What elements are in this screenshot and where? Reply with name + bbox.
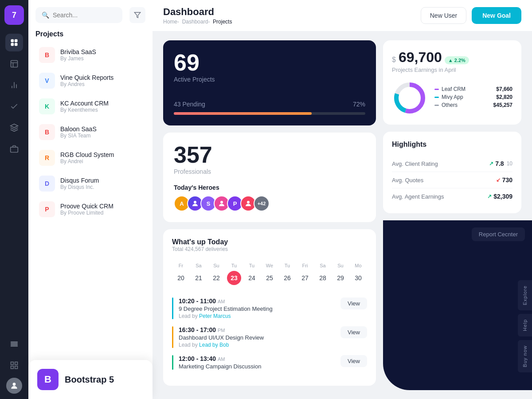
project-info-baloon: Baloon SaaS By SIA Team — [60, 125, 97, 139]
side-tab-help[interactable]: Help — [518, 314, 532, 336]
project-item-disqus[interactable]: D Disqus Forum By Disqus Inc. — [32, 171, 149, 196]
cal-day-22: Su 22 — [207, 259, 225, 289]
svg-rect-3 — [15, 43, 18, 46]
nav-icon-bar-chart[interactable] — [5, 76, 23, 94]
nav-icon-dashboard[interactable] — [5, 34, 23, 51]
search-input[interactable] — [53, 12, 116, 19]
svg-marker-15 — [134, 12, 140, 18]
project-item-briviba[interactable]: B Briviba SaaS By James — [32, 43, 149, 67]
event-view-button-1[interactable]: View — [340, 297, 367, 309]
side-tab-buy[interactable]: Buy now — [518, 340, 532, 372]
project-by-rgb: By Andrei — [60, 158, 114, 164]
new-goal-button[interactable]: New Goal — [472, 7, 521, 24]
bootstrap-overlay: B Bootstrap 5 — [28, 360, 153, 399]
arrow-up-rating: ↗ — [489, 160, 493, 167]
calendar-days: Fr 20 Sa 21 Su 22 Tu 23 — [172, 259, 367, 289]
cal-day-27: Fri 27 — [296, 259, 314, 289]
highlight-row-quotes: Avg. Quotes ↙ 730 — [392, 172, 512, 188]
highlight-sub-rating: 10 — [507, 160, 512, 167]
user-avatar-number[interactable]: 7 — [4, 5, 24, 25]
event-line-1 — [172, 297, 173, 319]
svg-marker-5 — [11, 124, 18, 128]
highlight-val-quotes: ↙ 730 — [496, 176, 512, 184]
report-center-button[interactable]: Report Cecnter — [472, 227, 525, 241]
event-lead-link-2[interactable]: Lead by Bob — [199, 342, 229, 348]
legend-leaf-dot — [434, 89, 439, 90]
project-item-vine[interactable]: V Vine Quick Reports By Andres — [32, 68, 149, 93]
project-name-disqus: Disqus Forum — [60, 177, 99, 184]
cal-day-29: Su 29 — [332, 259, 349, 289]
progress-percent: 72% — [353, 101, 365, 108]
svg-rect-10 — [11, 362, 14, 365]
filter-button[interactable] — [129, 7, 145, 23]
heroes-title: Today's Heroes — [174, 184, 365, 191]
svg-point-17 — [220, 201, 223, 203]
legend-others-val: $45,257 — [493, 102, 512, 108]
highlight-row-rating: Avg. Client Rating ↗ 7.8 10 — [392, 156, 512, 172]
nav-icon-layers[interactable] — [5, 119, 23, 137]
event-view-button-2[interactable]: View — [340, 326, 367, 338]
project-item-rgb[interactable]: R RGB Cloud System By Andrei — [32, 145, 149, 170]
project-icon-baloon: B — [39, 124, 55, 140]
project-name-baloon: Baloon SaaS — [60, 125, 97, 133]
right-column: $ 69,700 ▲ 2.2% Projects Earnings in Apr… — [383, 40, 521, 390]
main-area: Dashboard Home- Dashboard- Projects New … — [153, 0, 532, 399]
nav-icon-chart[interactable] — [5, 55, 23, 73]
svg-rect-4 — [11, 61, 18, 67]
side-tabs-container: Explore Help Buy now — [518, 280, 532, 390]
nav-icon-settings[interactable] — [5, 335, 23, 353]
project-name-vine: Vine Quick Reports — [60, 74, 113, 81]
earnings-label: Projects Earnings in April — [392, 66, 512, 73]
event-content-2: 16:30 - 17:00 PM Dashboard UI/UX Design … — [179, 326, 335, 348]
search-box[interactable]: 🔍 — [35, 7, 122, 23]
legend-others-name: Others — [434, 102, 458, 108]
project-item-kc[interactable]: K KC Account CRM By Keenthemes — [32, 94, 149, 119]
sidebar: 🔍 Projects B Briviba SaaS By James V Vin… — [28, 0, 153, 399]
cal-day-23-today[interactable]: Tu 23 — [225, 259, 243, 289]
project-info-rgb: RGB Cloud System By Andrei — [60, 151, 114, 164]
highlight-key-earnings: Avg. Agent Earnings — [392, 193, 444, 200]
side-tab-help-label: Help — [522, 316, 528, 335]
project-by-disqus: By Disqus Inc. — [60, 184, 99, 190]
project-by-kc: By Keenthemes — [60, 107, 109, 113]
project-list: B Briviba SaaS By James V Vine Quick Rep… — [28, 42, 153, 399]
project-info-disqus: Disqus Forum By Disqus Inc. — [60, 177, 99, 190]
project-info-briviba: Briviba SaaS By James — [60, 48, 96, 62]
heroes-section: Today's Heroes A S P — [174, 184, 365, 211]
project-name-proove: Proove Quick CRM — [60, 203, 113, 210]
project-name-rgb: RGB Cloud System — [60, 151, 114, 158]
project-item-baloon[interactable]: B Baloon SaaS By SIA Team — [32, 120, 149, 145]
project-icon-rgb: R — [39, 150, 55, 166]
side-tab-explore-label: Explore — [522, 282, 528, 309]
cal-day-24: Tu 24 — [243, 259, 261, 289]
nav-icon-briefcase[interactable] — [5, 140, 23, 158]
total-deliveries: Total 424,567 deliveries — [172, 246, 367, 252]
bottom-user-avatar[interactable] — [6, 378, 22, 394]
active-label: Active Projects — [174, 76, 365, 83]
pending-row: 43 Pending 72% — [174, 101, 365, 108]
svg-point-16 — [194, 201, 196, 203]
event-lead-2: Lead by Lead by Bob — [179, 342, 335, 348]
event-name-1: 9 Degree Project Estimation Meeting — [179, 305, 335, 312]
active-projects-card: 69 Active Projects 43 Pending 72% — [163, 40, 376, 125]
nav-icon-grid2[interactable] — [5, 356, 23, 374]
search-row: 🔍 — [28, 0, 153, 23]
arrow-down-quotes: ↙ — [496, 177, 501, 183]
project-item-proove[interactable]: P Proove Quick CRM By Proove Limited — [32, 197, 149, 222]
cal-day-25: We 25 — [261, 259, 278, 289]
event-meridiem-3: AM — [218, 356, 225, 362]
nav-icon-check[interactable] — [5, 98, 23, 115]
event-view-button-3[interactable]: View — [340, 355, 367, 367]
side-tab-explore[interactable]: Explore — [518, 280, 532, 310]
highlights-card: Highlights Avg. Client Rating ↗ 7.8 10 A… — [383, 132, 521, 213]
schedule-title: What's up Today — [172, 238, 367, 246]
earnings-card: $ 69,700 ▲ 2.2% Projects Earnings in Apr… — [383, 40, 521, 125]
progress-bar-container — [174, 112, 365, 115]
event-lead-link-1[interactable]: Peter Marcus — [199, 313, 231, 319]
event-name-2: Dashboard UI/UX Design Review — [179, 334, 335, 341]
header-actions: New User New Goal — [421, 7, 521, 24]
legend-leaf-val: $7,660 — [496, 86, 512, 92]
new-user-button[interactable]: New User — [421, 7, 466, 24]
project-icon-kc: K — [39, 98, 55, 114]
hero-avatar-more: +42 — [254, 196, 270, 211]
